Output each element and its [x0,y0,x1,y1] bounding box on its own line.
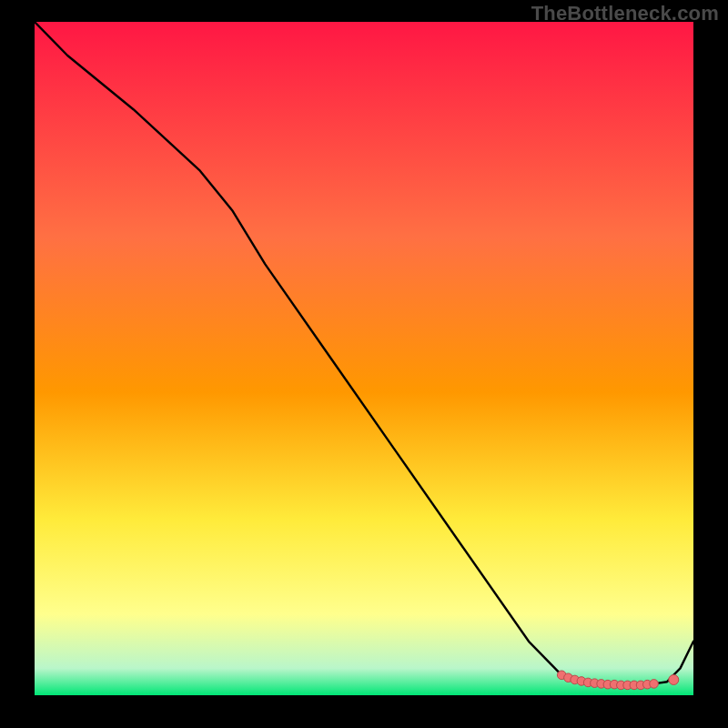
isolated-marker [669,674,679,684]
gradient-background [35,22,693,695]
plot-area [35,22,693,695]
marker-dot [650,680,659,689]
chart-svg [35,22,693,695]
chart-frame: TheBottleneck.com [0,0,728,728]
